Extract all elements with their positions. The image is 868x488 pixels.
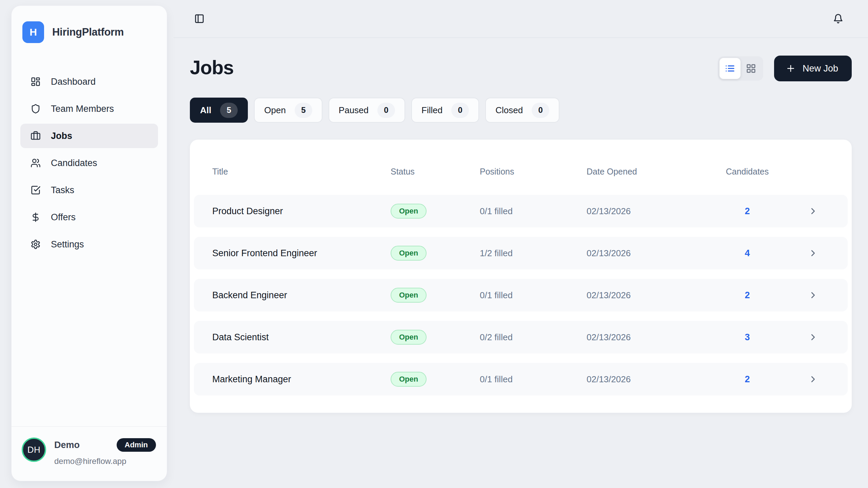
row-open-button[interactable] xyxy=(778,248,848,258)
table-row[interactable]: Marketing Manager Open 0/1 filled 02/13/… xyxy=(194,363,848,395)
candidates-count[interactable]: 4 xyxy=(716,248,778,259)
status-cell: Open xyxy=(391,246,480,261)
status-badge: Open xyxy=(391,330,427,345)
column-header: Candidates xyxy=(716,167,778,177)
candidates-count[interactable]: 2 xyxy=(716,374,778,385)
positions-cell: 0/1 filled xyxy=(480,290,587,301)
plus-icon xyxy=(786,63,796,74)
filter-tab-label: All xyxy=(200,105,211,116)
brand-name: HiringPlatform xyxy=(52,26,124,38)
chevron-right-icon xyxy=(808,248,818,258)
role-badge: Admin xyxy=(117,438,156,452)
sidebar-item-label: Tasks xyxy=(51,185,74,196)
filter-tab-closed[interactable]: Closed 0 xyxy=(485,98,559,123)
row-open-button[interactable] xyxy=(778,374,848,384)
sidebar-item-label: Team Members xyxy=(51,104,114,114)
dashboard-icon xyxy=(31,77,41,87)
brand-logo-letter: H xyxy=(29,26,37,38)
grid-view-button[interactable] xyxy=(741,58,762,79)
dollar-icon xyxy=(31,212,41,222)
chevron-right-icon xyxy=(808,290,818,300)
chevron-right-icon xyxy=(808,374,818,384)
user-name: Demo xyxy=(54,440,80,450)
users-icon xyxy=(31,158,41,168)
sidebar-item-jobs[interactable]: Jobs xyxy=(20,124,158,148)
sidebar-user-section[interactable]: DH Demo Admin demo@hireflow.app xyxy=(12,426,167,481)
column-header: Title xyxy=(194,167,391,177)
sidebar-item-dashboard[interactable]: Dashboard xyxy=(20,69,158,94)
candidates-count[interactable]: 2 xyxy=(716,290,778,301)
filter-tab-paused[interactable]: Paused 0 xyxy=(329,98,405,123)
filter-tab-label: Closed xyxy=(495,105,523,116)
filter-tab-filled[interactable]: Filled 0 xyxy=(411,98,479,123)
table-row[interactable]: Senior Frontend Engineer Open 1/2 filled… xyxy=(194,237,848,269)
jobs-table-header: Title Status Positions Date Opened Candi… xyxy=(194,163,848,180)
filter-tabs: All 5 Open 5 Paused 0 Filled 0 Closed 0 xyxy=(190,98,559,123)
sidebar-item-offers[interactable]: Offers xyxy=(20,205,158,229)
row-open-button[interactable] xyxy=(778,332,848,342)
chevron-right-icon xyxy=(808,332,818,342)
sidebar-item-label: Offers xyxy=(51,212,76,223)
filter-tab-count: 0 xyxy=(532,103,549,118)
status-cell: Open xyxy=(391,372,480,387)
candidates-count[interactable]: 3 xyxy=(716,332,778,343)
shield-icon xyxy=(31,104,41,114)
filter-tab-all[interactable]: All 5 xyxy=(190,98,248,123)
avatar-initials: DH xyxy=(27,445,41,455)
job-title: Marketing Manager xyxy=(194,374,391,385)
check-square-icon xyxy=(31,185,41,195)
column-header: Date Opened xyxy=(587,167,716,177)
topbar xyxy=(174,0,868,38)
gear-icon xyxy=(31,239,41,249)
positions-cell: 1/2 filled xyxy=(480,248,587,259)
job-title: Data Scientist xyxy=(194,332,391,343)
filter-tab-label: Filled xyxy=(421,105,442,116)
notifications-button[interactable] xyxy=(829,9,848,28)
date-opened-cell: 02/13/2026 xyxy=(587,206,716,217)
date-opened-cell: 02/13/2026 xyxy=(587,290,716,301)
sidebar-item-settings[interactable]: Settings xyxy=(20,232,158,257)
status-badge: Open xyxy=(391,288,427,303)
briefcase-icon xyxy=(31,131,41,141)
grid-icon xyxy=(746,63,756,74)
chevron-right-icon xyxy=(808,206,818,216)
filter-tab-count: 5 xyxy=(220,103,238,118)
positions-cell: 0/1 filled xyxy=(480,374,587,385)
date-opened-cell: 02/13/2026 xyxy=(587,332,716,343)
sidebar-item-label: Dashboard xyxy=(51,77,96,87)
head-actions: New Job xyxy=(718,56,852,81)
panel-left-icon xyxy=(194,14,204,24)
column-header: Status xyxy=(391,167,480,177)
sidebar-nav: Dashboard Team Members Jobs Candidates T… xyxy=(12,69,167,257)
table-row[interactable]: Data Scientist Open 0/2 filled 02/13/202… xyxy=(194,321,848,353)
filter-tab-open[interactable]: Open 5 xyxy=(254,98,322,123)
filter-tab-count: 0 xyxy=(377,103,395,118)
sidebar-toggle-button[interactable] xyxy=(190,9,209,28)
brand-logo-icon: H xyxy=(22,21,44,43)
table-row[interactable]: Product Designer Open 0/1 filled 02/13/2… xyxy=(194,195,848,227)
new-job-button[interactable]: New Job xyxy=(774,56,852,81)
date-opened-cell: 02/13/2026 xyxy=(587,374,716,385)
date-opened-cell: 02/13/2026 xyxy=(587,248,716,259)
jobs-table-card: Title Status Positions Date Opened Candi… xyxy=(190,140,852,413)
sidebar-item-label: Jobs xyxy=(51,131,72,141)
status-cell: Open xyxy=(391,288,480,303)
candidates-count[interactable]: 2 xyxy=(716,206,778,217)
brand: H HiringPlatform xyxy=(12,6,167,43)
table-row[interactable]: Backend Engineer Open 0/1 filled 02/13/2… xyxy=(194,279,848,311)
column-header: Positions xyxy=(480,167,587,177)
job-title: Senior Frontend Engineer xyxy=(194,248,391,259)
jobs-table-rows: Product Designer Open 0/1 filled 02/13/2… xyxy=(194,195,848,395)
sidebar-item-team-members[interactable]: Team Members xyxy=(20,97,158,121)
list-view-button[interactable] xyxy=(719,58,741,79)
sidebar-item-candidates[interactable]: Candidates xyxy=(20,151,158,175)
row-open-button[interactable] xyxy=(778,290,848,300)
job-title: Product Designer xyxy=(194,206,391,217)
bell-icon xyxy=(833,14,843,24)
sidebar-item-tasks[interactable]: Tasks xyxy=(20,178,158,202)
row-open-button[interactable] xyxy=(778,206,848,216)
filter-tab-count: 5 xyxy=(295,103,312,118)
view-toggle xyxy=(718,56,763,81)
user-email: demo@hireflow.app xyxy=(54,456,156,466)
status-cell: Open xyxy=(391,330,480,345)
